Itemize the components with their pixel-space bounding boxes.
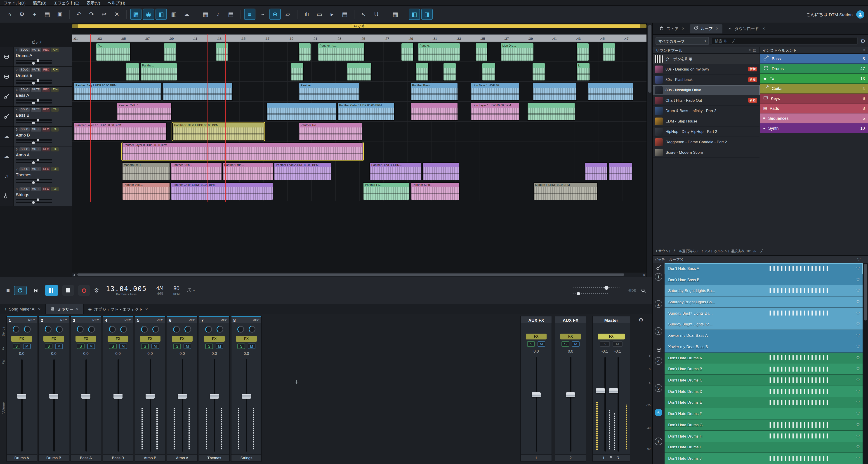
mute-button[interactable]: M <box>151 344 159 349</box>
track-mute-button[interactable]: MUTE <box>31 167 41 171</box>
rec-arm-button[interactable]: REC <box>156 319 163 322</box>
audio-clip[interactable]: Panther Lead A.HDP 80.00 BPM <box>274 162 332 180</box>
audio-clip[interactable] <box>588 83 633 101</box>
favorite-heart-icon[interactable]: ♡ <box>856 423 860 427</box>
volume-fader[interactable] <box>71 357 101 454</box>
loop-search-input[interactable] <box>712 37 858 45</box>
track-header[interactable]: ☁6SOLOMUTERECFX+Atmo A <box>0 147 72 166</box>
volume-fader[interactable] <box>521 354 552 454</box>
time-display[interactable]: 13.04.005 <box>106 285 147 292</box>
tab-ミキサー[interactable]: ミキサー✕ <box>46 304 84 314</box>
solo-button[interactable]: S <box>141 344 149 349</box>
audio-clip[interactable] <box>482 63 495 81</box>
toolbar-settings-icon[interactable]: ⚙ <box>16 8 28 20</box>
audio-clip[interactable] <box>533 83 577 101</box>
tab-オブジェクト・エフェクト[interactable]: ◉オブジェクト・エフェクト✕ <box>84 304 153 314</box>
favorite-heart-icon[interactable]: ♡ <box>856 400 860 405</box>
rec-arm-button[interactable]: REC <box>28 319 35 322</box>
audio-clip[interactable]: Panthe... <box>418 43 460 61</box>
audio-clip[interactable]: Panther Cello 1... <box>117 103 172 121</box>
menu-item-4[interactable]: ヘルプ(H) <box>107 0 125 6</box>
track-volume-slider[interactable] <box>16 139 52 141</box>
audio-clip[interactable] <box>410 103 458 121</box>
track-volume-slider[interactable] <box>16 179 52 180</box>
mixer-settings-icon[interactable]: ⚙ <box>638 316 644 323</box>
tab-ダウンロード[interactable]: ダウンロード✕ <box>724 24 769 33</box>
audio-clip[interactable]: Panthe... <box>140 63 177 81</box>
toolbar-monitor-view-icon[interactable]: ▭ <box>314 8 325 20</box>
track-pan-slider[interactable] <box>16 142 52 143</box>
favorite-heart-icon[interactable]: ♡ <box>856 411 860 416</box>
solo-button[interactable]: S <box>45 344 53 349</box>
zoom-icon[interactable] <box>641 288 646 293</box>
audio-clip[interactable]: Panther Layer B.HDP 80.00 BPM <box>122 143 363 160</box>
menu-item-3[interactable]: 表示(V) <box>87 0 100 6</box>
audio-clip[interactable]: Lion Layer 1.HDP 80.00 BPM <box>471 103 520 121</box>
audio-clip[interactable] <box>216 43 228 61</box>
track-mute-button[interactable]: MUTE <box>31 187 41 191</box>
tab-ストア[interactable]: ストア✕ <box>655 24 688 33</box>
scrollbar-thumb[interactable] <box>864 264 867 320</box>
fx-button[interactable]: FX <box>172 336 193 342</box>
fx-button[interactable]: FX <box>75 336 96 342</box>
track-fx-button[interactable]: FX+ <box>51 68 59 72</box>
send-knob-1[interactable] <box>173 326 180 333</box>
track-header[interactable]: 3SOLOMUTERECFX+Bass A <box>0 87 72 107</box>
track-rec-button[interactable]: REC <box>42 107 50 112</box>
audio-clip[interactable] <box>532 63 545 81</box>
loop-item[interactable]: Saturday Bright Lights Ba...♡ <box>664 297 863 308</box>
track-fx-button[interactable]: FX+ <box>51 147 59 151</box>
loop-item[interactable]: Don't Hate Drums B♡ <box>664 364 863 375</box>
loop-item[interactable]: Xavier my Dear Bass B♡ <box>664 341 863 352</box>
track-rec-button[interactable]: REC <box>42 48 50 52</box>
audio-clip[interactable] <box>266 103 336 121</box>
solo-button[interactable]: S <box>13 344 20 349</box>
loop-playback-button[interactable] <box>14 286 26 295</box>
audio-clip[interactable]: Panther Seq 1.HDP 80.00 BPM <box>74 83 162 101</box>
favorite-heart-icon[interactable]: ♡ <box>856 456 860 461</box>
audio-clip[interactable]: Modern Fx.HDP 80.0 BPM <box>533 182 598 200</box>
toolbar-store-browser-icon[interactable]: ⊕ <box>270 8 281 20</box>
track-solo-button[interactable]: SOLO <box>20 48 30 52</box>
favorite-heart-icon[interactable]: ♡ <box>856 322 860 327</box>
track-mute-button[interactable]: MUTE <box>31 88 41 92</box>
loop-item[interactable]: Don't Hate Drums J♡ <box>664 453 863 464</box>
mute-button[interactable]: M <box>216 344 223 349</box>
close-icon[interactable]: ✕ <box>38 307 41 311</box>
soundpool-item[interactable]: Score - Modern Score <box>653 147 760 158</box>
timeline-ruler[interactable]: ,01,03,05,07,09,11,13,15,17,19,21,23,25,… <box>72 34 647 42</box>
loop-item[interactable]: Don't Hate Bass A♡ <box>664 263 863 274</box>
fader-handle[interactable] <box>114 394 123 399</box>
instrument-item[interactable]: Keys6 <box>760 94 868 103</box>
rec-arm-button[interactable]: REC <box>124 319 131 322</box>
menu-item-0[interactable]: ファイル(D) <box>4 0 26 6</box>
audio-clip[interactable]: Panther Tro... <box>299 123 362 141</box>
send-knob-2[interactable] <box>56 326 63 333</box>
record-button[interactable] <box>78 285 90 296</box>
tab-ループ[interactable]: ループ✕ <box>690 24 722 33</box>
soundpool-item[interactable]: HipHop - Dirty HipHop - Part 2 <box>653 127 760 137</box>
volume-fader[interactable] <box>135 357 165 454</box>
toolbar-panel-left-toggle-icon[interactable]: ◧ <box>409 8 420 20</box>
fader-handle[interactable] <box>242 394 251 399</box>
favorite-heart-icon[interactable]: ♡ <box>856 277 860 282</box>
audio-clip[interactable] <box>475 43 488 61</box>
favorite-heart-icon[interactable]: ♡ <box>856 378 860 382</box>
solo-button[interactable]: S <box>173 344 181 349</box>
fx-button[interactable]: FX <box>560 334 581 339</box>
scrollbar-thumb[interactable] <box>648 25 651 93</box>
track-solo-button[interactable]: SOLO <box>20 68 30 72</box>
toolbar-undo-icon[interactable]: ↶ <box>73 8 85 20</box>
track-mute-button[interactable]: MUTE <box>31 147 41 151</box>
track-fx-button[interactable]: FX+ <box>51 187 59 191</box>
volume-fader[interactable] <box>231 357 261 454</box>
audio-clip[interactable]: Panther Choir 1.HDP 80.00 BPM <box>170 182 273 200</box>
pitch-button-7[interactable]: 7 <box>655 438 662 445</box>
close-icon[interactable]: ✕ <box>762 27 765 31</box>
arranger-horizontal-scrollbar[interactable]: ◀ ▶ <box>72 273 647 277</box>
audio-clip[interactable]: Modern Fx.H... <box>122 162 170 180</box>
audio-clip[interactable] <box>164 43 177 61</box>
fx-button[interactable]: FX <box>43 336 64 342</box>
menu-item-1[interactable]: 編集(B) <box>33 0 46 6</box>
master-fx-button[interactable]: FX <box>598 334 625 339</box>
